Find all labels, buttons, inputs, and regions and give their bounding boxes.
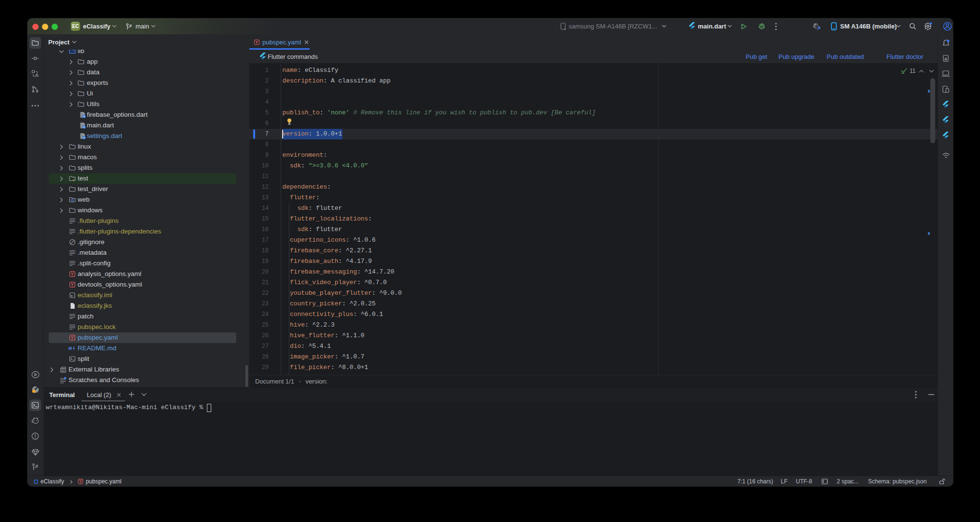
svg-text:M: M (68, 346, 72, 351)
